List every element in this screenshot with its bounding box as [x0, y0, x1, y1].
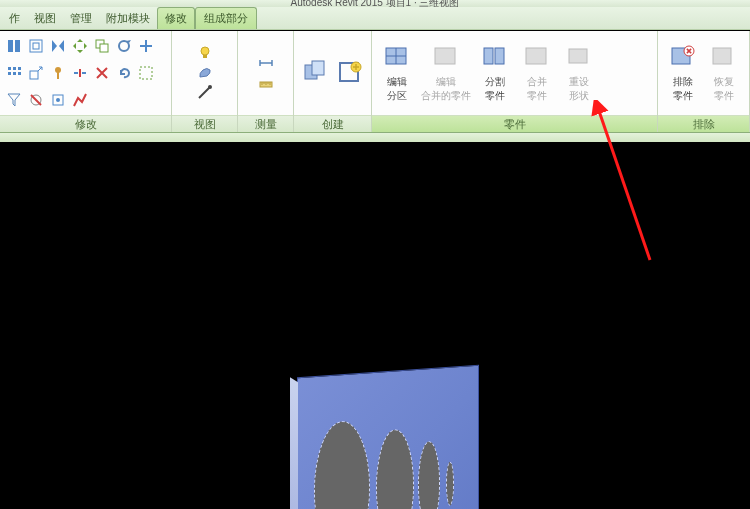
delete-icon[interactable]: [94, 65, 110, 81]
ribbon-tab-strip: 作 视图 管理 附加模块 修改 组成部分: [0, 7, 750, 30]
panel-title-modify: 修改: [0, 115, 171, 132]
svg-rect-33: [569, 49, 587, 63]
merge-parts-icon: [523, 43, 551, 71]
panel-measure: 测量: [238, 31, 294, 132]
exclude-parts-icon: [669, 43, 697, 71]
restore-parts-icon: [710, 43, 738, 71]
paint-icon[interactable]: [197, 65, 213, 81]
svg-rect-2: [30, 40, 42, 52]
demolish-icon[interactable]: [72, 92, 88, 108]
filter-icon[interactable]: [6, 92, 22, 108]
group-icon[interactable]: [138, 65, 154, 81]
align-icon[interactable]: [6, 38, 22, 54]
measure-icon[interactable]: [258, 76, 274, 92]
svg-rect-29: [435, 48, 455, 64]
mirror-icon[interactable]: [50, 38, 66, 54]
split-parts-icon: [481, 43, 509, 71]
exclude-parts-button[interactable]: 排除 零件: [662, 40, 704, 106]
dimension-icon[interactable]: [258, 55, 274, 71]
linework-icon[interactable]: [197, 85, 213, 101]
panel-modify: 修改: [0, 31, 172, 132]
create-similar-icon[interactable]: [336, 59, 364, 87]
tab-ops[interactable]: 作: [2, 8, 27, 29]
svg-point-20: [201, 47, 209, 55]
svg-rect-3: [33, 43, 39, 49]
svg-point-19: [56, 98, 60, 102]
copy-icon[interactable]: [94, 38, 110, 54]
tab-context-parts[interactable]: 组成部分: [195, 7, 257, 29]
edit-merged-icon: [432, 43, 460, 71]
move-icon[interactable]: [72, 38, 88, 54]
panel-view: 视图: [172, 31, 238, 132]
svg-rect-7: [8, 67, 11, 70]
svg-rect-25: [312, 61, 324, 75]
panel-title-create: 创建: [294, 115, 371, 132]
viewport-3d[interactable]: [0, 142, 750, 509]
undo-icon[interactable]: [116, 65, 132, 81]
panel-parts: 编辑 分区 编辑 合并的零件 分割 零件 合并 零件 重设 形状: [372, 31, 658, 132]
create-group-icon[interactable]: [302, 59, 330, 87]
hole-2[interactable]: [376, 428, 414, 509]
restore-parts-button: 恢复 零件: [704, 40, 746, 106]
svg-rect-32: [526, 48, 546, 64]
svg-rect-11: [13, 72, 16, 75]
match-icon[interactable]: [50, 92, 66, 108]
svg-rect-5: [100, 44, 108, 52]
svg-rect-16: [140, 67, 152, 79]
svg-rect-31: [495, 48, 504, 64]
reset-shape-button: 重设 形状: [558, 40, 600, 106]
model-slab[interactable]: [298, 366, 478, 509]
tab-addins[interactable]: 附加模块: [99, 8, 157, 29]
panel-title-parts: 零件: [372, 115, 657, 132]
svg-rect-12: [18, 72, 21, 75]
tab-manage[interactable]: 管理: [63, 8, 99, 29]
edit-division-button[interactable]: 编辑 分区: [376, 40, 418, 106]
svg-rect-0: [8, 40, 13, 52]
array-icon[interactable]: [6, 65, 22, 81]
panel-title-view: 视图: [172, 115, 237, 132]
pin-icon[interactable]: [50, 65, 66, 81]
edit-merged-button: 编辑 合并的零件: [418, 40, 474, 106]
svg-rect-21: [203, 55, 207, 58]
svg-rect-8: [13, 67, 16, 70]
tab-modify[interactable]: 修改: [157, 7, 195, 29]
panel-title-measure: 测量: [238, 115, 293, 132]
split-icon[interactable]: [72, 65, 88, 81]
svg-rect-10: [8, 72, 11, 75]
merge-parts-button: 合并 零件: [516, 40, 558, 106]
lightbulb-icon[interactable]: [197, 45, 213, 61]
svg-point-22: [208, 85, 212, 89]
offset-icon[interactable]: [28, 38, 44, 54]
ribbon: 修改 视图 测量 创建 编辑 分区: [0, 31, 750, 133]
panel-create: 创建: [294, 31, 372, 132]
hide-icon[interactable]: [28, 92, 44, 108]
panel-title-exclude: 排除: [658, 115, 749, 132]
svg-rect-36: [713, 48, 731, 64]
svg-rect-15: [57, 72, 59, 79]
panel-exclude: 排除 零件 恢复 零件 排除: [658, 31, 750, 132]
reset-shape-icon: [565, 43, 593, 71]
hole-4[interactable]: [446, 461, 454, 506]
hole-1[interactable]: [314, 419, 370, 509]
trim-icon[interactable]: [138, 38, 154, 54]
svg-rect-9: [18, 67, 21, 70]
tab-view[interactable]: 视图: [27, 8, 63, 29]
hole-3[interactable]: [418, 440, 440, 509]
split-parts-button[interactable]: 分割 零件: [474, 40, 516, 106]
svg-point-6: [119, 41, 129, 51]
svg-rect-30: [484, 48, 493, 64]
svg-rect-13: [30, 71, 38, 79]
edit-division-icon: [383, 43, 411, 71]
svg-rect-1: [15, 40, 20, 52]
scale-icon[interactable]: [28, 65, 44, 81]
rotate-icon[interactable]: [116, 38, 132, 54]
